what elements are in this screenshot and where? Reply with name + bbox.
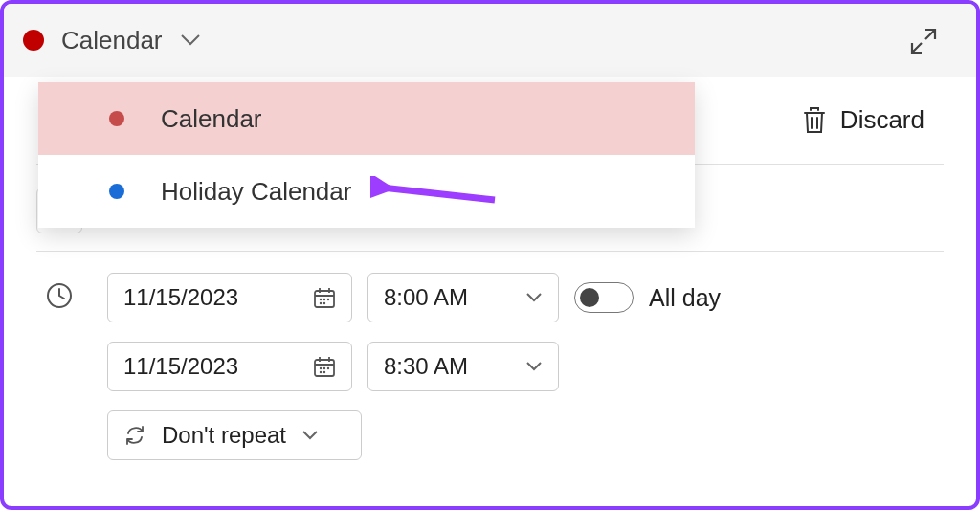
end-date-input[interactable]: 11/15/2023 — [107, 342, 352, 391]
svg-point-9 — [323, 367, 325, 369]
chevron-down-icon[interactable] — [180, 33, 201, 47]
svg-point-3 — [323, 299, 325, 300]
chevron-down-icon — [525, 361, 543, 372]
end-date-value: 11/15/2023 — [123, 353, 238, 380]
dropdown-item-holiday-calendar[interactable]: Holiday Calendar — [38, 155, 695, 228]
repeat-selector[interactable]: Don't repeat — [107, 410, 362, 460]
svg-point-10 — [327, 367, 329, 369]
svg-point-2 — [320, 299, 322, 300]
discard-label: Discard — [840, 105, 924, 135]
calendar-icon — [313, 286, 336, 309]
allday-label: All day — [649, 284, 721, 312]
chevron-down-icon — [301, 430, 319, 441]
expand-icon[interactable] — [909, 27, 938, 59]
calendar-icon — [313, 355, 336, 378]
start-date-value: 11/15/2023 — [123, 284, 238, 311]
trash-icon — [802, 106, 827, 135]
repeat-icon — [123, 424, 146, 447]
calendar-dot-icon — [109, 184, 124, 199]
dropdown-item-label: Holiday Calendar — [161, 177, 351, 207]
allday-toggle[interactable] — [574, 282, 634, 313]
start-date-input[interactable]: 11/15/2023 — [107, 273, 352, 322]
repeat-label: Don't repeat — [162, 422, 286, 449]
start-time-value: 8:00 AM — [384, 284, 468, 311]
svg-point-4 — [327, 299, 329, 300]
calendar-color-dot — [23, 30, 44, 51]
start-time-input[interactable]: 8:00 AM — [368, 273, 559, 322]
svg-point-8 — [320, 367, 322, 369]
toggle-knob — [580, 288, 599, 307]
end-time-value: 8:30 AM — [384, 353, 468, 380]
svg-point-11 — [320, 371, 322, 373]
clock-icon — [46, 282, 73, 309]
calendar-dropdown: Calendar Holiday Calendar — [38, 82, 695, 228]
dropdown-item-label: Calendar — [161, 104, 262, 134]
dropdown-item-calendar[interactable]: Calendar — [38, 82, 695, 155]
header: Calendar — [4, 4, 976, 77]
end-time-input[interactable]: 8:30 AM — [368, 342, 559, 391]
discard-button[interactable]: Discard — [802, 105, 924, 135]
svg-point-5 — [320, 302, 322, 304]
calendar-dot-icon — [109, 111, 124, 126]
chevron-down-icon — [525, 292, 543, 303]
svg-point-6 — [323, 302, 325, 304]
time-section: 11/15/2023 8:00 AM — [36, 273, 944, 460]
calendar-selector-label[interactable]: Calendar — [61, 26, 163, 55]
svg-point-12 — [323, 371, 325, 373]
